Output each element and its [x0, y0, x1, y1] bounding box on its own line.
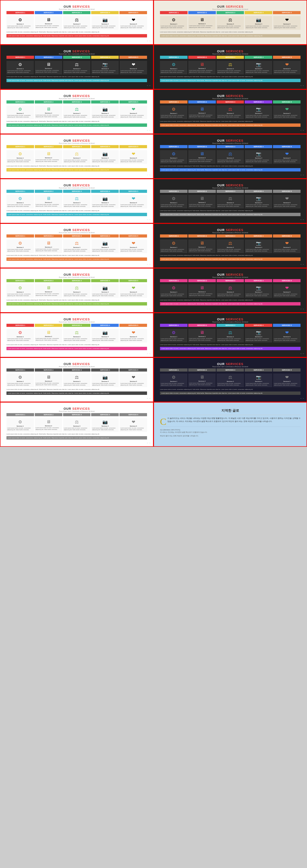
t9-2[interactable]: SERVICES 2 — [35, 190, 62, 193]
tab-1[interactable]: SERVICES 1 — [6, 11, 34, 14]
t11-4[interactable]: SERVICES 4 — [91, 235, 119, 238]
t5-3[interactable]: SERVICES 3 — [63, 100, 91, 103]
t8-1[interactable]: SERVICES 1 — [160, 145, 187, 148]
t13-4[interactable]: SERVICES 4 — [91, 279, 119, 282]
t8-5[interactable]: SERVICES 5 — [273, 145, 301, 148]
sub4: Ruco Eram Sem Commodo a Rhoncus Sit Amet — [160, 53, 301, 55]
t19-5[interactable]: SERVICES 5 — [120, 413, 147, 416]
t7-5[interactable]: SERVICES 5 — [120, 145, 147, 148]
t14-1[interactable]: SERVICES 1 — [160, 279, 187, 282]
t15-4[interactable]: SERVICES 4 — [91, 324, 119, 327]
t6-3[interactable]: SERVICES 3 — [216, 100, 244, 103]
t8-3[interactable]: SERVICES 3 — [216, 145, 244, 148]
t17-2[interactable]: SERVICES 2 — [35, 368, 62, 372]
t15-1[interactable]: SERVICES 1 — [6, 324, 34, 327]
t4-4[interactable]: SERVICES 4 — [245, 56, 272, 59]
t8-4[interactable]: SERVICES 4 — [245, 145, 272, 148]
t11-5[interactable]: SERVICES 5 — [120, 235, 147, 238]
t18-5[interactable]: SERVICES 5 — [273, 368, 301, 372]
t11-3[interactable]: SERVICES 3 — [63, 235, 91, 238]
t4-5[interactable]: SERVICES 5 — [273, 56, 301, 59]
tab2-2[interactable]: SERVICES 2 — [188, 11, 216, 14]
t19-1[interactable]: SERVICES 1 — [6, 413, 34, 416]
tab-5[interactable]: SERVICES 5 — [120, 11, 147, 14]
t14-5[interactable]: SERVICES 5 — [273, 279, 301, 282]
tab-4[interactable]: SERVICES 4 — [91, 11, 119, 14]
t14-4[interactable]: SERVICES 4 — [245, 279, 272, 282]
t18-1[interactable]: SERVICES 1 — [160, 368, 187, 372]
t17-5[interactable]: SERVICES 5 — [120, 368, 147, 372]
t6-2[interactable]: SERVICES 2 — [188, 100, 216, 103]
t12-2[interactable]: SERVICES 2 — [188, 235, 216, 238]
t18-3[interactable]: SERVICES 3 — [216, 368, 244, 372]
t16-1[interactable]: SERVICES 1 — [160, 324, 187, 327]
t7-2[interactable]: SERVICES 2 — [35, 145, 62, 148]
t19-3[interactable]: SERVICES 3 — [63, 413, 91, 416]
t17-4[interactable]: SERVICES 4 — [91, 368, 119, 372]
t3-4[interactable]: SERVICES 4 — [91, 56, 119, 59]
t13-1[interactable]: SERVICES 1 — [6, 279, 34, 282]
t11-2[interactable]: SERVICES 2 — [35, 235, 62, 238]
t4-1[interactable]: SERVICES 1 — [160, 56, 187, 59]
t9-4[interactable]: SERVICES 4 — [91, 190, 119, 193]
t12-4[interactable]: SERVICES 4 — [245, 235, 272, 238]
t10-3[interactable]: SERVICES 3 — [216, 190, 244, 193]
tab-2[interactable]: SERVICES 2 — [35, 11, 62, 14]
st10: OUR SERVICES Ruco Eram Sem Commodo a Rho… — [160, 184, 301, 189]
t6-5[interactable]: SERVICES 5 — [273, 100, 301, 103]
t9-5[interactable]: SERVICES 5 — [120, 190, 147, 193]
t13-2[interactable]: SERVICES 2 — [35, 279, 62, 282]
tab2-1[interactable]: SERVICES 1 — [160, 11, 187, 14]
tab2-3[interactable]: SERVICES 3 — [216, 11, 244, 14]
t3-2[interactable]: SERVICES 2 — [35, 56, 62, 59]
t17-3[interactable]: SERVICES 3 — [63, 368, 91, 372]
t4-3[interactable]: SERVICES 3 — [216, 56, 244, 59]
t14-2[interactable]: SERVICES 2 — [188, 279, 216, 282]
t12-1[interactable]: SERVICES 1 — [160, 235, 187, 238]
t13-5[interactable]: SERVICES 5 — [120, 279, 147, 282]
t10-1[interactable]: SERVICES 1 — [160, 190, 187, 193]
t16-2[interactable]: SERVICES 2 — [188, 324, 216, 327]
t3-1[interactable]: SERVICES 1 — [6, 56, 34, 59]
t16-3[interactable]: SERVICES 3 — [216, 324, 244, 327]
tab2-4[interactable]: SERVICES 4 — [245, 11, 272, 14]
t5-2[interactable]: SERVICES 2 — [35, 100, 62, 103]
tab-3[interactable]: SERVICES 3 — [63, 11, 91, 14]
t6-4[interactable]: SERVICES 4 — [245, 100, 272, 103]
t5-5[interactable]: SERVICES 5 — [120, 100, 147, 103]
t6-1[interactable]: SERVICES 1 — [160, 100, 187, 103]
tab2-5[interactable]: SERVICES 5 — [273, 11, 301, 14]
t10-5[interactable]: SERVICES 5 — [273, 190, 301, 193]
t17-1[interactable]: SERVICES 1 — [6, 368, 34, 372]
t5-1[interactable]: SERVICES 1 — [6, 100, 34, 103]
t3-5[interactable]: SERVICES 5 — [120, 56, 147, 59]
t13-3[interactable]: SERVICES 3 — [63, 279, 91, 282]
card-text-3: Lorem ipsum dolor sit amet, consectetur … — [64, 25, 90, 29]
t9-1[interactable]: SERVICES 1 — [6, 190, 34, 193]
t9-3[interactable]: SERVICES 3 — [63, 190, 91, 193]
t15-2[interactable]: SERVICES 2 — [35, 324, 62, 327]
t16-4[interactable]: SERVICES 4 — [245, 324, 272, 327]
t18-2[interactable]: SERVICES 2 — [188, 368, 216, 372]
t14-3[interactable]: SERVICES 3 — [216, 279, 244, 282]
sg3: ⚙Services 1Lorem ipsum dolor sit amet, c… — [6, 61, 147, 74]
t19-2[interactable]: SERVICES 2 — [35, 413, 62, 416]
t19-4[interactable]: SERVICES 4 — [91, 413, 119, 416]
t16-5[interactable]: SERVICES 5 — [273, 324, 301, 327]
t15-5[interactable]: SERVICES 5 — [120, 324, 147, 327]
t8-2[interactable]: SERVICES 2 — [188, 145, 216, 148]
t10-4[interactable]: SERVICES 4 — [245, 190, 272, 193]
t5-4[interactable]: SERVICES 4 — [91, 100, 119, 103]
t10-2[interactable]: SERVICES 2 — [188, 190, 216, 193]
t15-3[interactable]: SERVICES 3 — [63, 324, 91, 327]
t4-2[interactable]: SERVICES 2 — [188, 56, 216, 59]
t7-4[interactable]: SERVICES 4 — [91, 145, 119, 148]
ct13-3: Services 3 — [64, 291, 90, 293]
t12-3[interactable]: SERVICES 3 — [216, 235, 244, 238]
t7-3[interactable]: SERVICES 3 — [63, 145, 91, 148]
t3-3[interactable]: SERVICES 3 — [63, 56, 91, 59]
t7-1[interactable]: SERVICES 1 — [6, 145, 34, 148]
t11-1[interactable]: SERVICES 1 — [6, 235, 34, 238]
t12-5[interactable]: SERVICES 5 — [273, 235, 301, 238]
t18-4[interactable]: SERVICES 4 — [245, 368, 272, 372]
